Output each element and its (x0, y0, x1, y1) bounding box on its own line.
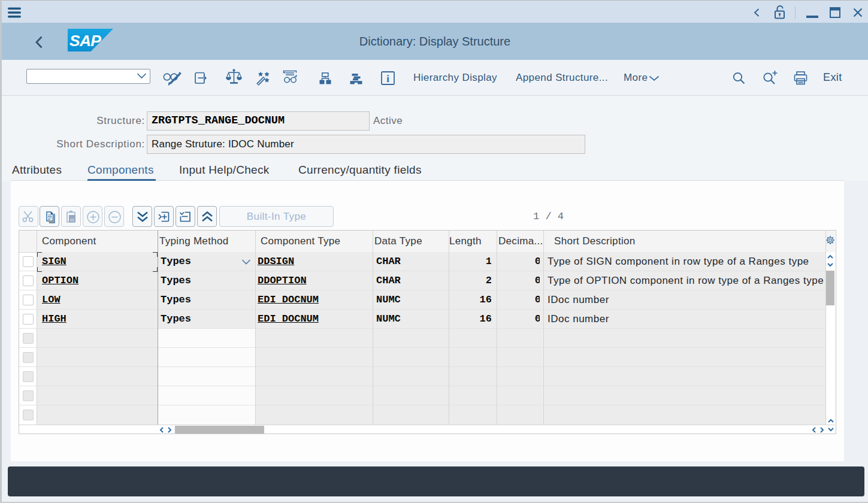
svg-text:i: i (386, 73, 389, 84)
